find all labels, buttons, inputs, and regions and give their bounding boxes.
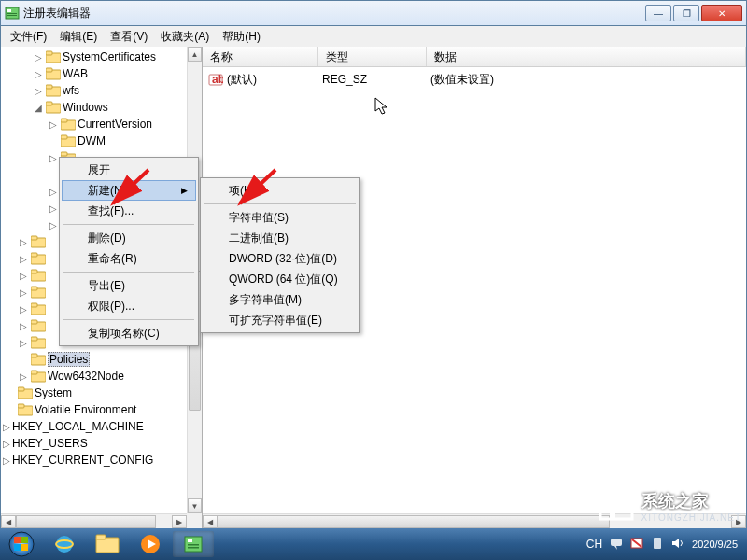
tray-date[interactable]: 2020/9/25 [692,539,738,550]
column-name[interactable]: 名称 [203,47,318,66]
close-button[interactable]: ✕ [701,5,742,21]
expand-toggle-icon[interactable]: ▷ [33,69,44,79]
tray-speech-icon[interactable] [610,537,623,553]
tree-item[interactable]: Volatile Environment [1,401,187,418]
expand-toggle-icon[interactable]: ▷ [18,237,29,247]
expand-toggle-icon[interactable]: ▷ [1,422,12,432]
folder-icon [31,319,46,332]
tray-action-center-icon[interactable] [651,537,664,553]
tray-disabled-icon[interactable] [630,537,643,553]
context-menu-item[interactable]: 项(K) [203,180,358,201]
menu-item-label: 多字符串值(M) [229,292,302,308]
context-menu-item[interactable]: 导出(E) [62,275,196,296]
scroll-corner [187,513,202,528]
menu-view[interactable]: 查看(V) [105,27,153,47]
taskbar-ie[interactable] [44,531,85,557]
expand-toggle-icon[interactable]: ▷ [48,220,59,231]
svg-rect-68 [611,539,622,546]
tree-item[interactable]: ▷CurrentVersion [1,116,187,133]
column-data[interactable]: 数据 [427,47,746,66]
menu-favorites[interactable]: 收藏夹(A) [155,27,215,47]
svg-rect-33 [31,287,37,290]
context-submenu-new[interactable]: 项(K)字符串值(S)二进制值(B)DWORD (32-位)值(D)QWORD … [200,177,360,333]
expand-toggle-icon[interactable]: ▷ [18,254,29,264]
context-menu-item[interactable]: 权限(P)... [62,296,196,316]
start-button[interactable] [0,528,43,560]
taskbar-regedit[interactable] [173,531,214,557]
scroll-thumb-h[interactable] [16,515,156,528]
tree-item[interactable]: ▷HKEY_LOCAL_MACHINE [1,418,187,435]
context-menu-item[interactable]: 多字符串值(M) [203,289,358,310]
context-menu-item[interactable]: 字符串值(S) [203,207,358,228]
submenu-arrow-icon: ▶ [181,186,188,195]
context-menu-item[interactable]: 二进制值(B) [203,228,358,248]
tree-item[interactable]: ▷wfs [1,82,187,99]
expand-toggle-icon[interactable]: ▷ [33,86,44,96]
context-menu-item[interactable]: 展开 [62,160,196,180]
folder-icon [46,67,61,80]
expand-toggle-icon[interactable]: ▷ [1,455,12,466]
scroll-right-button[interactable]: ▶ [172,515,187,528]
menu-file[interactable]: 文件(F) [5,27,52,47]
menu-help[interactable]: 帮助(H) [217,27,266,47]
tree-item[interactable]: ▷HKEY_CURRENT_CONFIG [1,452,187,469]
context-menu-item[interactable]: DWORD (32-位)值(D) [203,248,358,269]
menu-item-label: 字符串值(S) [229,210,289,226]
expand-toggle-icon[interactable]: ▷ [18,271,29,281]
expand-toggle-icon[interactable]: ▷ [18,371,29,382]
svg-rect-45 [18,387,24,391]
tree-item[interactable]: ▷HKEY_USERS [1,435,187,452]
expand-toggle-icon[interactable]: ▷ [48,187,59,197]
tree-item[interactable]: DWM [1,133,187,149]
expand-toggle-icon[interactable]: ▷ [48,203,59,214]
context-menu-item[interactable]: 新建(N)▶ [62,180,196,201]
minimize-button[interactable]: — [645,5,671,21]
svg-rect-55 [14,537,21,543]
tree-item[interactable]: ▷SystemCertificates [1,49,187,65]
taskbar-explorer[interactable] [87,531,128,557]
folder-icon [31,302,46,315]
context-menu-item[interactable]: QWORD (64 位)值(Q) [203,269,358,289]
expand-toggle-icon[interactable]: ▷ [48,119,59,130]
scroll-up-button[interactable]: ▲ [188,47,202,62]
ime-indicator[interactable]: CH [586,538,602,551]
tree-item[interactable]: Policies [1,351,187,368]
expand-toggle-icon[interactable]: ▷ [48,153,59,163]
list-horizontal-scrollbar[interactable]: ◀ ▶ [203,513,746,528]
expand-toggle-icon[interactable]: ▷ [18,338,29,348]
context-menu-item[interactable]: 重命名(R) [62,248,196,269]
tree-item[interactable]: System [1,385,187,401]
context-menu-item[interactable]: 可扩充字符串值(E) [203,310,358,330]
tray-volume-icon[interactable] [671,537,684,553]
context-menu[interactable]: 展开新建(N)▶查找(F)...删除(D)重命名(R)导出(E)权限(P)...… [59,157,199,346]
menu-item-label: 查找(F)... [88,203,134,219]
scroll-down-button[interactable]: ▼ [188,498,202,513]
window-buttons: — ❐ ✕ [643,5,742,21]
value-list[interactable]: ab (默认) REG_SZ (数值未设置) [203,67,746,91]
svg-rect-2 [7,13,17,14]
string-value-icon: ab [208,72,223,87]
expand-toggle-icon[interactable]: ▷ [33,52,44,63]
tree-item[interactable]: ▷Wow6432Node [1,368,187,385]
scroll-right-button[interactable]: ▶ [731,515,746,528]
menu-edit[interactable]: 编辑(E) [54,27,103,47]
expand-toggle-icon[interactable]: ▷ [18,304,29,315]
scroll-left-button[interactable]: ◀ [1,515,16,528]
expand-toggle-icon[interactable]: ◢ [33,103,44,113]
context-menu-item[interactable]: 删除(D) [62,228,196,248]
tree-horizontal-scrollbar[interactable]: ◀ ▶ [1,513,187,528]
tree-item[interactable]: ◢Windows [1,99,187,116]
maximize-button[interactable]: ❐ [673,5,699,21]
context-menu-item[interactable]: 复制项名称(C) [62,323,196,343]
list-item[interactable]: ab (默认) REG_SZ (数值未设置) [203,71,746,88]
scroll-thumb-h[interactable] [218,515,610,528]
context-menu-item[interactable]: 查找(F)... [62,201,196,221]
expand-toggle-icon[interactable]: ▷ [18,287,29,298]
column-type[interactable]: 类型 [318,47,427,66]
taskbar-mediaplayer[interactable] [130,531,171,557]
tree-item[interactable]: ▷WAB [1,65,187,82]
value-name: (默认) [227,72,322,88]
expand-toggle-icon[interactable]: ▷ [1,439,12,449]
expand-toggle-icon[interactable]: ▷ [18,321,29,331]
scroll-left-button[interactable]: ◀ [203,515,218,528]
